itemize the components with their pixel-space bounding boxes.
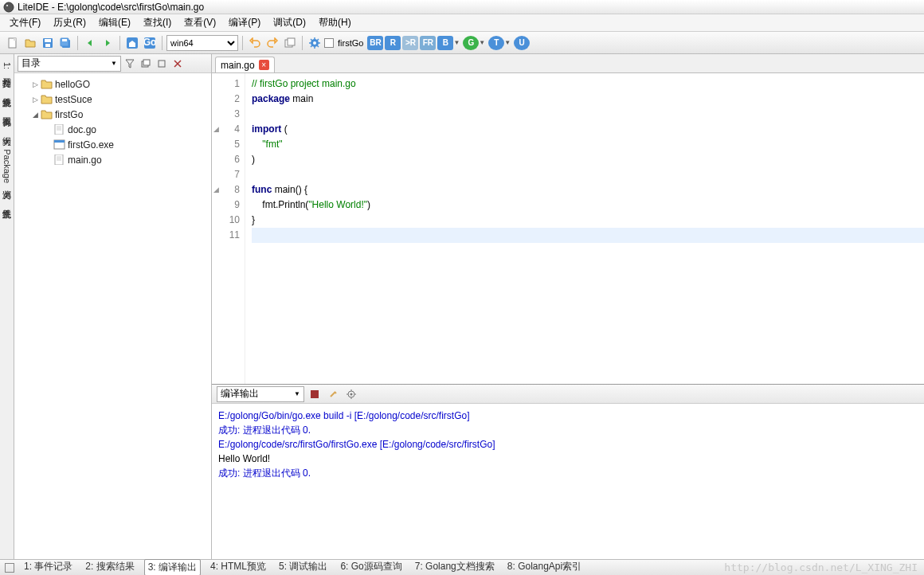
bottom-tab[interactable]: 2: 搜索结果: [82, 559, 137, 575]
run-subbutton[interactable]: >R: [402, 36, 418, 50]
forward-button[interactable]: [100, 35, 116, 51]
main-area: 1: 打开文档2: 文件系统3: 类视图4: 大纲5: Package浏览6: …: [0, 54, 924, 559]
output-view-combo[interactable]: 编译输出▼: [217, 386, 304, 402]
vertical-tab[interactable]: 5: Package浏览: [0, 135, 14, 188]
file-icon: [53, 154, 65, 166]
tree-item-label: doc.go: [68, 124, 96, 135]
tree-folder[interactable]: ▷helloGO: [14, 76, 211, 92]
save-button[interactable]: [40, 35, 56, 51]
dropdown-arrow-icon[interactable]: ▼: [504, 39, 511, 46]
dropdown-arrow-icon[interactable]: ▼: [453, 39, 460, 46]
code-line[interactable]: [252, 167, 924, 182]
left-vertical-tabs: 1: 打开文档2: 文件系统3: 类视图4: 大纲5: Package浏览6: …: [0, 54, 14, 559]
bottom-tab[interactable]: 8: GolangApi索引: [504, 559, 585, 575]
test-button[interactable]: T: [488, 36, 504, 50]
vertical-tab[interactable]: 2: 文件系统: [0, 76, 14, 96]
line-number: 9: [212, 198, 240, 213]
tree-file[interactable]: doc.go: [14, 122, 211, 137]
code-line[interactable]: func main() {: [252, 182, 924, 198]
close-panel-icon[interactable]: [170, 57, 185, 71]
code-line[interactable]: package main: [252, 92, 924, 107]
folder-icon: [40, 93, 53, 105]
menu-item[interactable]: 编译(P): [222, 14, 267, 31]
menu-item[interactable]: 调试(D): [267, 14, 312, 31]
svg-point-32: [350, 393, 353, 395]
save-all-button[interactable]: [57, 35, 73, 51]
bottom-toggle-icon[interactable]: [5, 563, 14, 573]
new-file-button[interactable]: [5, 35, 21, 51]
tree-folder[interactable]: ◢firstGo: [14, 107, 211, 122]
lock-build-checkbox[interactable]: [324, 38, 334, 48]
tree-toggle-icon[interactable]: ▷: [30, 80, 40, 88]
code-line[interactable]: // firstGo project main.go: [252, 76, 924, 92]
sidebar-combo-label: 目录: [22, 57, 41, 70]
file-run-button[interactable]: FR: [420, 36, 436, 50]
tree-toggle-icon[interactable]: ▷: [30, 96, 40, 104]
menu-item[interactable]: 历史(R): [47, 14, 92, 31]
tree-toggle-icon[interactable]: ◢: [30, 111, 40, 119]
output-settings-button[interactable]: [343, 386, 359, 402]
tree-file[interactable]: firstGo.exe: [14, 137, 211, 152]
sidebar-view-combo[interactable]: 目录▼: [18, 56, 121, 72]
bottom-tab[interactable]: 7: Golang文档搜索: [412, 559, 498, 575]
clone-window-button[interactable]: [282, 35, 298, 51]
bottom-tab[interactable]: 6: Go源码查询: [337, 559, 405, 575]
bottom-tab[interactable]: 3: 编译输出: [144, 559, 201, 575]
build-run-button[interactable]: BR: [367, 36, 383, 50]
dropdown-arrow-icon[interactable]: ▼: [479, 39, 485, 46]
utility-button[interactable]: U: [514, 36, 530, 50]
editor-tab[interactable]: main.go ×: [215, 57, 275, 72]
code-line[interactable]: }: [252, 213, 924, 228]
build-button[interactable]: B: [437, 36, 453, 50]
app-name-label: firstGo: [335, 38, 366, 48]
filter-icon[interactable]: [123, 57, 137, 71]
code-line[interactable]: import (: [252, 122, 924, 137]
line-number: 11: [212, 228, 240, 243]
go-logo-button[interactable]: Go: [142, 35, 158, 51]
home-button[interactable]: [124, 35, 140, 51]
close-tab-button[interactable]: ×: [259, 60, 269, 70]
bottom-tab[interactable]: 1: 事件记录: [21, 559, 76, 575]
menu-item[interactable]: 文件(F): [3, 14, 47, 31]
tree-folder[interactable]: ▷testSuce: [14, 92, 211, 107]
env-combo[interactable]: win64: [166, 35, 238, 51]
open-folder-button[interactable]: [22, 35, 38, 51]
vertical-tab[interactable]: 6: 文件系统: [0, 188, 14, 207]
code-line[interactable]: [252, 107, 924, 122]
output-body[interactable]: E:/golong/Go/bin/go.exe build -i [E:/gol…: [212, 404, 924, 559]
vertical-tab[interactable]: 1: 打开文档: [0, 57, 14, 76]
menu-item[interactable]: 编辑(E): [92, 14, 137, 31]
tree-file[interactable]: main.go: [14, 152, 211, 167]
clear-output-button[interactable]: [325, 386, 341, 402]
line-number: 2: [212, 92, 240, 107]
output-combo-label: 编译输出: [221, 387, 259, 401]
back-button[interactable]: [82, 35, 98, 51]
code-line[interactable]: "fmt": [252, 137, 924, 152]
code-area[interactable]: // firstGo project main.gopackage mainim…: [245, 73, 924, 384]
code-line[interactable]: fmt.Println("Hello World!"): [252, 198, 924, 213]
code-editor[interactable]: 123◢4567◢891011 // firstGo project main.…: [212, 73, 924, 384]
run-button[interactable]: R: [385, 36, 401, 50]
undo-button[interactable]: [247, 35, 263, 51]
menu-item[interactable]: 帮助(H): [312, 14, 358, 31]
line-number: ◢4: [212, 122, 240, 137]
sync-icon[interactable]: [139, 57, 153, 71]
code-line[interactable]: ): [252, 152, 924, 167]
redo-button[interactable]: [264, 35, 280, 51]
sidebar: 目录▼ ▷helloGO▷testSuce◢firstGodoc.gofirst…: [14, 54, 212, 559]
build-config-button[interactable]: [307, 35, 323, 51]
file-icon: [53, 123, 65, 135]
bottom-tabs-container: 1: 事件记录2: 搜索结果3: 编译输出4: HTML预览5: 调试输出6: …: [21, 559, 585, 575]
menu-item[interactable]: 查看(V): [178, 14, 222, 31]
vertical-tab[interactable]: 4: 大纲: [0, 115, 14, 135]
stop-button[interactable]: [307, 386, 323, 402]
menu-item[interactable]: 查找(I): [137, 14, 178, 31]
vertical-tab[interactable]: 3: 类视图: [0, 96, 14, 115]
get-button[interactable]: G: [463, 36, 479, 50]
bottom-tab[interactable]: 4: HTML预览: [207, 559, 269, 575]
code-line[interactable]: [252, 228, 924, 243]
svg-rect-6: [45, 44, 50, 47]
editor-pane: main.go × 123◢4567◢891011 // firstGo pro…: [212, 54, 924, 559]
settings-icon[interactable]: [155, 57, 169, 71]
bottom-tab[interactable]: 5: 调试输出: [276, 559, 331, 575]
